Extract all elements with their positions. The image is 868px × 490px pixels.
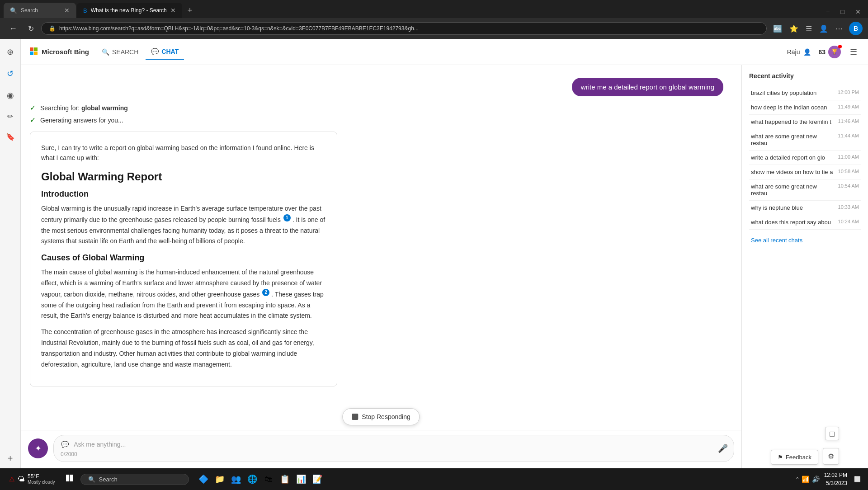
address-text: https://www.bing.com/search?q=asd&form=Q… [59,25,759,32]
settings-btn[interactable]: ⚙ [823,448,839,465]
search-term: global warming [81,104,128,112]
mic-icon[interactable]: 🎤 [718,443,728,453]
tab1-close[interactable]: ✕ [64,7,70,14]
recent-item-8[interactable]: what does this report say abou 10:24 AM [749,215,861,230]
tab2-close[interactable]: ✕ [170,7,176,14]
windows-icon [66,475,73,482]
sidebar-icon-1[interactable]: ⊕ [3,43,17,61]
tab2-icon: B [83,7,87,14]
search-nav-item[interactable]: 🔍 SEARCH [96,44,144,60]
taskbar-bing-app[interactable]: 🔷 [196,472,211,486]
recent-item-7[interactable]: why is neptune blue 10:33 AM [749,201,861,215]
svg-rect-7 [70,478,73,481]
recent-activity-title: Recent activity [749,72,861,80]
input-area: ✦ 💬 Ask me anything... 0/2000 🎤 [21,430,741,468]
recent-item-5[interactable]: show me videos on how to tie a 10:58 AM [749,165,861,179]
sidebar-icon-5[interactable]: 🔖 [2,129,19,145]
taskbar-search[interactable]: 🔍 Search [80,474,189,485]
cite2[interactable]: 2 [262,289,269,296]
feedback-flag-icon: ⚑ [778,454,783,461]
header-nav: 🔍 SEARCH 💬 CHAT [96,44,184,60]
tab-active[interactable]: B What is the new Bing? - Search ✕ [77,3,182,18]
taskbar-excel-app[interactable]: 📊 [294,472,308,486]
taskbar-store-app[interactable]: 🛍 [261,472,276,486]
svg-rect-1 [34,47,38,51]
extensions-icon[interactable]: 🔤 [770,22,785,36]
sidebar-add-icon[interactable]: + [4,450,17,467]
more-icon[interactable]: ⋯ [833,22,845,36]
profile-icon[interactable]: 👤 [816,22,831,36]
taskbar-clock[interactable]: 12:02 PM 5/3/2023 [824,471,847,487]
generating-label: Generating answers for you... [40,117,123,124]
bing-logo-text: Microsoft Bing [42,48,89,56]
recent-item-3[interactable]: what are some great new restau 11:44 AM [749,129,861,151]
show-desktop-btn[interactable]: ⬜ [852,475,863,483]
user-message-text: write me a detailed report on global war… [581,83,714,91]
taskbar-edge-app[interactable]: 🌐 [245,472,259,486]
svg-rect-3 [34,52,38,55]
recent-item-2[interactable]: what happened to the kremlin t 11:46 AM [749,115,861,129]
stop-btn-container: Stop Responding [342,408,420,425]
collection-icon[interactable]: ☰ [803,22,815,36]
recent-time-1: 11:49 AM [838,104,859,109]
score-section[interactable]: 63 🏆 [818,46,841,58]
chat-nav-label: CHAT [161,48,179,55]
stop-responding-btn[interactable]: Stop Responding [342,408,420,425]
recent-item-1[interactable]: how deep is the indian ocean 11:49 AM [749,100,861,115]
new-tab-btn[interactable]: + [183,4,197,17]
see-all-chats[interactable]: See all recent chats [749,234,861,246]
maximize-btn[interactable]: □ [837,7,848,16]
taskbar-office-app[interactable]: 📋 [278,472,292,486]
lock-icon: 🔒 [49,25,56,32]
search-nav-label: SEARCH [112,48,138,56]
report-title: Global Warming Report [41,170,326,183]
searching-label: Searching for: global warming [40,104,128,112]
search-nav-icon: 🔍 [102,48,109,56]
user-message: write me a detailed report on global war… [30,78,723,96]
favorites-icon[interactable]: ⭐ [787,22,801,36]
tray-chevron[interactable]: ^ [796,476,799,482]
status-generating: ✓ Generating answers for you... [30,116,723,124]
avatar-circle[interactable]: ✦ [28,438,48,458]
tab-inactive[interactable]: 🔍 Search ✕ [4,3,76,18]
tray-network-icon[interactable]: 📶 [802,476,809,483]
sidebar-toggle-btn[interactable]: ◫ [825,427,839,440]
recent-time-6: 10:54 AM [838,183,859,188]
sidebar-icon-2[interactable]: ↺ [3,65,17,82]
weather-alert-icon: ⚠ [9,476,15,483]
address-bar[interactable]: 🔒 https://www.bing.com/search?q=asd&form… [41,22,767,35]
recent-text-4: write a detailed report on glo [751,154,835,161]
tray-speaker-icon[interactable]: 🔊 [812,476,820,483]
back-btn[interactable]: ← [5,21,21,36]
taskbar-weather[interactable]: ⚠ 🌤 55°F Mostly cloudy [5,471,59,487]
taskbar-word-app[interactable]: 📝 [310,472,325,486]
section2-text2: The concentration of greenhouse gases in… [41,327,326,370]
recent-item-4[interactable]: write a detailed report on glo 11:00 AM [749,151,861,165]
weather-condition: Mostly cloudy [28,480,55,485]
recent-text-1: how deep is the indian ocean [751,104,835,111]
taskbar-folder-app[interactable]: 📁 [212,472,227,486]
header-right: Raju 👤 63 🏆 ☰ [787,45,859,59]
check-icon-1: ✓ [30,104,36,112]
recent-item-6[interactable]: what are some great new restau 10:54 AM [749,179,861,201]
windows-btn[interactable] [62,473,77,485]
cite1[interactable]: 1 [283,214,291,221]
taskbar-teams-app[interactable]: 👥 [229,472,243,486]
bing-header: Microsoft Bing 🔍 SEARCH 💬 CHAT Raju 👤 [21,39,868,65]
recent-item-0[interactable]: brazil cities by population 12:00 PM [749,86,861,100]
bing-edge-logo[interactable]: B [849,22,863,35]
input-placeholder[interactable]: Ask me anything... [74,441,126,448]
feedback-btn[interactable]: ⚑ Feedback [771,450,818,465]
chat-nav-item[interactable]: 💬 CHAT [146,44,184,60]
tab1-label: Search [21,7,38,14]
bing-logo[interactable]: Microsoft Bing [30,47,89,57]
close-btn[interactable]: ✕ [852,7,864,16]
hamburger-menu[interactable]: ☰ [848,45,859,59]
sidebar-icon-3[interactable]: ◉ [3,87,18,104]
user-section[interactable]: Raju 👤 [787,48,811,56]
minimize-btn[interactable]: − [822,7,833,16]
recent-text-6: what are some great new restau [751,183,835,197]
sidebar-icon-4[interactable]: ✏ [4,108,17,124]
user-bubble: write me a detailed report on global war… [572,78,723,96]
refresh-btn[interactable]: ↻ [24,22,38,36]
